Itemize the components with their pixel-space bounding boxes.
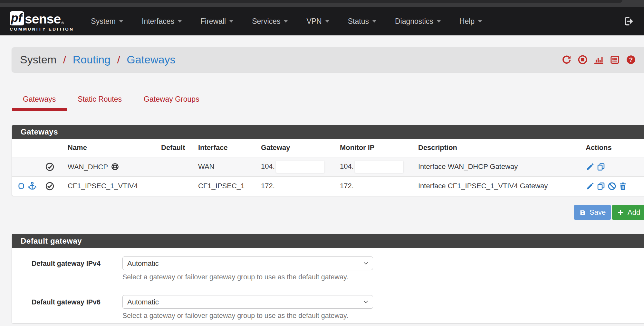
status-cell [43, 157, 65, 176]
help-icon[interactable]: ? [626, 55, 636, 65]
save-button[interactable]: Save [574, 205, 611, 220]
tab-gateway-groups[interactable]: Gateway Groups [133, 90, 210, 111]
column-monitor-ip: Monitor IP [337, 139, 416, 157]
community-edition-label: COMMUNITY EDITION [10, 27, 74, 32]
checkbox-icon[interactable] [18, 182, 25, 190]
column-name: Name [65, 139, 159, 157]
gateway-name-cell: WAN_DHCP [65, 157, 159, 176]
page-action-icons: ? [562, 47, 636, 72]
menu-item-label: Firewall [200, 17, 226, 26]
form-divider [20, 288, 644, 288]
copy-icon[interactable] [597, 163, 605, 171]
actions-cell [583, 157, 644, 176]
refresh-icon[interactable] [562, 55, 572, 65]
redaction-box [355, 161, 403, 173]
actions-cell [583, 176, 644, 196]
default-gateway-ipv6-select-wrap: Automatic [122, 295, 373, 309]
menu-item-status[interactable]: Status [339, 17, 386, 26]
default-cell [159, 176, 196, 196]
menu-item-services[interactable]: Services [243, 17, 297, 26]
svg-text:?: ? [629, 56, 633, 63]
list-icon[interactable] [610, 55, 620, 65]
tab-bar: Gateways Static Routes Gateway Groups [12, 90, 644, 111]
gateway-name: CF1_IPSEC_1_VTIV4 [68, 182, 138, 190]
tab-gateways[interactable]: Gateways [12, 90, 67, 111]
menu-item-label: VPN [306, 17, 322, 26]
breadcrumb-link-gateways[interactable]: Gateways [127, 53, 175, 66]
default-gateway-panel: Default gateway Default gateway IPv4 Aut… [12, 234, 644, 323]
add-button-label: Add [628, 208, 640, 217]
pfsense-logo-name: sense [25, 13, 61, 25]
default-gateway-ipv6-select[interactable]: Automatic [122, 295, 373, 309]
chevron-down-icon [372, 20, 376, 23]
menu-item-interfaces[interactable]: Interfaces [132, 17, 191, 26]
column-row-icons [12, 139, 43, 157]
chevron-down-icon [437, 20, 441, 23]
gateways-panel: Gateways Name Default Interface Gateway … [12, 125, 644, 196]
plus-icon [617, 209, 624, 216]
disable-icon[interactable] [608, 182, 616, 191]
column-status [43, 139, 65, 157]
column-gateway: Gateway [258, 139, 337, 157]
menu-item-firewall[interactable]: Firewall [191, 17, 243, 26]
menu-item-vpn[interactable]: VPN [297, 17, 338, 26]
gateways-panel-title: Gateways [12, 125, 644, 139]
default-gateway-ipv4-label: Default gateway IPv4 [32, 256, 122, 281]
pfsense-logo[interactable]: pf sense ® COMMUNITY EDITION [10, 11, 74, 32]
tab-static-routes[interactable]: Static Routes [67, 90, 133, 111]
column-default: Default [159, 139, 196, 157]
copy-icon[interactable] [597, 182, 605, 191]
default-gateway-ipv4-select-wrap: Automatic [122, 256, 373, 270]
column-actions: Actions [583, 139, 644, 157]
chevron-down-icon [478, 20, 482, 23]
menu-item-label: Status [348, 17, 369, 26]
chevron-down-icon [325, 20, 329, 23]
table-row: WAN_DHCP WAN 104. 104. Interface WAN_DHC… [12, 157, 644, 176]
menu-item-system[interactable]: System [82, 17, 132, 26]
chevron-down-icon [119, 20, 123, 23]
breadcrumb: System / Routing / Gateways [12, 47, 644, 72]
gateway-ip-cell: 172. [258, 176, 337, 196]
bar-chart-icon[interactable] [594, 55, 604, 65]
monitor-ip: 172. [340, 182, 354, 190]
delete-icon[interactable] [619, 182, 627, 191]
table-actions-row: Save Add [12, 205, 644, 220]
description-cell: Interface WAN_DHCP Gateway [416, 157, 583, 176]
edit-icon[interactable] [586, 182, 594, 191]
redaction-box [276, 161, 324, 173]
registered-mark: ® [61, 21, 64, 25]
gateway-name-cell: CF1_IPSEC_1_VTIV4 [65, 176, 159, 196]
menu-item-help[interactable]: Help [450, 17, 491, 26]
add-button[interactable]: Add [612, 205, 644, 220]
breadcrumb-separator: / [63, 53, 66, 66]
row-leading-icons [12, 176, 43, 196]
sign-out-icon[interactable] [623, 16, 634, 27]
save-button-label: Save [590, 208, 606, 217]
chevron-down-icon [178, 20, 182, 23]
gateways-table: Name Default Interface Gateway Monitor I… [12, 139, 644, 196]
table-row: CF1_IPSEC_1_VTIV4 CF1_IPSEC_1 172. 172. … [12, 176, 644, 196]
chevron-down-icon [284, 20, 288, 23]
default-gateway-form: Default gateway IPv4 Automatic Select a … [12, 248, 644, 320]
gateway-ip: 172. [261, 182, 275, 190]
breadcrumb-link-routing[interactable]: Routing [73, 53, 111, 66]
menu-item-label: Services [252, 17, 280, 26]
default-gateway-ipv4-select[interactable]: Automatic [122, 256, 373, 270]
page-content: System / Routing / Gateways [12, 47, 644, 323]
interface-cell: WAN [196, 157, 258, 176]
edit-icon[interactable] [586, 163, 594, 171]
menu-item-diagnostics[interactable]: Diagnostics [386, 17, 450, 26]
anchor-icon [28, 182, 37, 191]
menu-item-label: Help [459, 17, 475, 26]
description-cell: Interface CF1_IPSEC_1_VTIV4 Gateway [416, 176, 583, 196]
save-icon [579, 209, 586, 216]
menu-item-label: System [91, 17, 116, 26]
chevron-down-icon [229, 20, 233, 23]
stop-circle-icon[interactable] [578, 55, 588, 65]
gateway-ip: 104. [261, 162, 275, 170]
form-row-ipv4: Default gateway IPv4 Automatic Select a … [12, 256, 644, 281]
top-navbar: pf sense ® COMMUNITY EDITION System Inte… [0, 7, 644, 35]
check-circle-icon [45, 162, 54, 172]
form-row-ipv6: Default gateway IPv6 Automatic Select a … [12, 295, 644, 320]
menu-item-label: Interfaces [142, 17, 174, 26]
